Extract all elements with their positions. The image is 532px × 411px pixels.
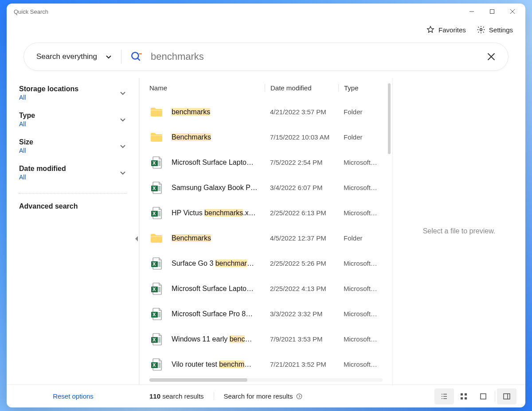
gear-icon xyxy=(477,25,485,34)
preview-placeholder: Select a file to preview. xyxy=(423,227,496,235)
clear-search-button[interactable] xyxy=(487,52,496,61)
filter-storage-locations[interactable]: Storage locationsAll xyxy=(19,85,126,101)
result-row[interactable]: Benchmarks4/5/2022 12:37 PMFolder xyxy=(140,225,389,251)
reset-options-link[interactable]: Reset options xyxy=(7,392,140,400)
svg-text:X: X xyxy=(153,186,156,191)
result-date: 2/25/2022 4:13 PM xyxy=(265,285,338,292)
result-type: Microsoft Ex xyxy=(338,209,379,217)
advanced-search-link[interactable]: Advanced search xyxy=(19,202,126,210)
minimize-button[interactable] xyxy=(462,4,482,19)
svg-text:X: X xyxy=(153,312,156,317)
result-row[interactable]: XWindows 11 early benc…7/9/2021 3:53 PMM… xyxy=(140,326,389,352)
content-area: Storage locationsAllTypeAllSizeAllDate m… xyxy=(7,78,525,384)
view-divider xyxy=(495,391,495,402)
view-single-button[interactable] xyxy=(473,388,493,404)
column-date[interactable]: Date modified xyxy=(265,84,338,92)
settings-button[interactable]: Settings xyxy=(477,25,513,34)
svg-point-3 xyxy=(132,52,138,59)
excel-file-icon: X xyxy=(149,206,164,220)
favorites-button[interactable]: Favorites xyxy=(426,25,466,34)
result-date: 3/3/2022 3:32 PM xyxy=(265,310,338,318)
result-name: Benchmarks xyxy=(172,133,265,141)
result-row[interactable]: XSurface Go 3 benchmar…2/25/2022 5:26 PM… xyxy=(140,251,389,276)
svg-rect-21 xyxy=(461,393,463,395)
view-grid-button[interactable] xyxy=(454,388,473,404)
result-row[interactable]: XMicrosoft Surface Lapto…2/25/2022 4:13 … xyxy=(140,276,389,301)
column-type[interactable]: Type xyxy=(338,84,383,92)
window-title: Quick Search xyxy=(14,8,48,15)
filter-value: All xyxy=(19,174,119,181)
search-input[interactable] xyxy=(151,51,478,62)
filter-title: Date modified xyxy=(19,165,119,173)
favorites-label: Favorites xyxy=(438,26,466,34)
result-type: Microsoft Ex xyxy=(338,361,379,368)
filter-sidebar: Storage locationsAllTypeAllSizeAllDate m… xyxy=(7,78,140,384)
collapse-sidebar-button[interactable] xyxy=(134,235,139,242)
vertical-scrollbar[interactable] xyxy=(388,97,391,154)
svg-rect-24 xyxy=(465,397,467,399)
result-row[interactable]: benchmarks4/21/2022 3:57 PMFolder xyxy=(140,99,389,124)
close-icon xyxy=(510,9,515,14)
result-row[interactable]: XMicrosoft Surface Pro 8…3/3/2022 3:32 P… xyxy=(140,301,389,326)
result-name: Microsoft Surface Pro 8… xyxy=(172,310,265,318)
svg-point-20 xyxy=(297,394,302,399)
result-name: Microsoft Surface Lapto… xyxy=(172,285,265,293)
result-date: 7/21/2021 3:52 PM xyxy=(265,361,338,368)
result-row[interactable]: XHP Victus benchmarks.x…2/25/2022 6:13 P… xyxy=(140,200,389,225)
filter-value: All xyxy=(19,120,119,128)
search-more-link[interactable]: Search for more results xyxy=(214,392,313,400)
maximize-icon xyxy=(489,9,495,14)
result-date: 7/9/2021 3:53 PM xyxy=(265,335,338,343)
excel-file-icon: X xyxy=(149,155,164,170)
result-name: benchmarks xyxy=(172,108,265,116)
result-date: 3/4/2022 6:07 PM xyxy=(265,184,338,191)
result-name: Benchmarks xyxy=(172,234,265,242)
results-pane: Name Date modified Type benchmarks4/21/2… xyxy=(140,78,392,384)
titlebar: Quick Search xyxy=(7,4,525,19)
filter-type[interactable]: TypeAll xyxy=(19,112,126,128)
sidebar-divider xyxy=(19,193,126,194)
horizontal-scrollbar[interactable] xyxy=(149,378,383,382)
svg-rect-22 xyxy=(465,393,467,395)
filter-size[interactable]: SizeAll xyxy=(19,138,126,154)
result-name: Samsung Galaxy Book P… xyxy=(172,184,265,192)
view-list-button[interactable] xyxy=(434,388,454,404)
result-name: Surface Go 3 benchmar… xyxy=(172,260,265,268)
result-name: Microsoft Surface Lapto… xyxy=(172,159,265,167)
column-name[interactable]: Name xyxy=(149,84,265,92)
star-icon xyxy=(426,25,435,34)
result-date: 7/15/2022 10:03 AM xyxy=(265,133,338,141)
result-date: 2/25/2022 6:13 PM xyxy=(265,209,338,217)
quick-search-window: Quick Search Favorites Settings Search e… xyxy=(7,4,525,407)
view-preview-toggle[interactable] xyxy=(497,388,516,404)
result-date: 4/5/2022 12:37 PM xyxy=(265,234,338,242)
results-list[interactable]: benchmarks4/21/2022 3:57 PMFolderBenchma… xyxy=(140,97,392,378)
svg-point-2 xyxy=(480,29,482,31)
result-type: Folder xyxy=(338,108,379,116)
excel-file-icon: X xyxy=(149,256,164,271)
close-button[interactable] xyxy=(502,4,523,19)
folder-icon xyxy=(149,231,164,245)
view-mode-buttons xyxy=(434,388,516,404)
svg-text:X: X xyxy=(153,211,156,216)
result-date: 7/5/2022 2:54 PM xyxy=(265,159,338,166)
search-scope-dropdown[interactable]: Search everything xyxy=(36,52,112,61)
chevron-down-icon xyxy=(119,89,126,97)
column-headers: Name Date modified Type xyxy=(140,78,392,97)
result-row[interactable]: XVilo router test benchm…7/21/2021 3:52 … xyxy=(140,352,389,377)
result-count-label: search results xyxy=(162,392,203,400)
folder-icon xyxy=(149,105,164,119)
search-divider xyxy=(121,50,121,64)
result-row[interactable]: Benchmarks7/15/2022 10:03 AMFolder xyxy=(140,124,389,150)
result-type: Microsoft Ex xyxy=(338,285,379,292)
top-toolbar: Favorites Settings xyxy=(7,19,525,40)
result-row[interactable]: XMicrosoft Surface Lapto…7/5/2022 2:54 P… xyxy=(140,150,389,175)
result-type: Folder xyxy=(338,133,379,141)
chevron-right-circle-icon xyxy=(296,393,302,399)
result-row[interactable]: XSamsung Galaxy Book P…3/4/2022 6:07 PMM… xyxy=(140,175,389,200)
result-count-number: 110 xyxy=(149,392,160,400)
excel-file-icon: X xyxy=(149,282,164,296)
maximize-button[interactable] xyxy=(482,4,502,19)
result-type: Microsoft Ex xyxy=(338,184,379,191)
filter-date-modified[interactable]: Date modifiedAll xyxy=(19,165,126,181)
